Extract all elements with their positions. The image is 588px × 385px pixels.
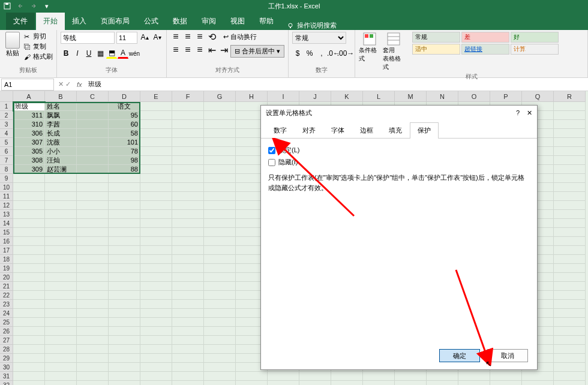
cell[interactable]	[490, 372, 522, 381]
cell[interactable]	[172, 192, 204, 201]
cell[interactable]	[140, 219, 172, 228]
cell[interactable]	[77, 120, 109, 129]
cell[interactable]	[13, 327, 45, 336]
cell[interactable]	[140, 345, 172, 354]
cell[interactable]	[204, 273, 236, 282]
col-header[interactable]: G	[204, 91, 236, 102]
cell[interactable]	[554, 165, 586, 174]
cell[interactable]: 汪灿	[45, 156, 77, 165]
cell[interactable]	[140, 300, 172, 309]
col-header[interactable]: N	[427, 91, 458, 102]
cell[interactable]	[172, 381, 204, 385]
cell[interactable]	[140, 246, 172, 255]
decrease-font-button[interactable]: A▾	[152, 32, 163, 43]
cell[interactable]	[45, 381, 77, 385]
col-header[interactable]: R	[554, 91, 586, 102]
cell[interactable]	[45, 354, 77, 363]
row-header[interactable]: 24	[0, 309, 13, 318]
row-header[interactable]: 9	[0, 174, 13, 183]
cell[interactable]	[172, 102, 204, 111]
cell[interactable]	[204, 237, 236, 246]
hidden-label[interactable]: 隐藏(I)	[278, 158, 298, 167]
cell[interactable]	[140, 165, 172, 174]
tab-review[interactable]: 审阅	[194, 13, 223, 30]
cell[interactable]	[109, 228, 140, 237]
merge-center-button[interactable]: ⊟合并后居中▾	[230, 45, 284, 58]
cell[interactable]	[77, 201, 109, 210]
col-header[interactable]: O	[458, 91, 490, 102]
cell[interactable]	[13, 219, 45, 228]
cell[interactable]	[109, 255, 140, 264]
cell[interactable]	[363, 381, 395, 385]
cell[interactable]	[395, 381, 427, 385]
cell[interactable]: 58	[109, 129, 140, 138]
cell[interactable]	[13, 255, 45, 264]
cell[interactable]	[109, 381, 140, 385]
cell[interactable]	[45, 201, 77, 210]
cell[interactable]	[45, 219, 77, 228]
cell[interactable]	[172, 138, 204, 147]
cell[interactable]	[77, 237, 109, 246]
select-all-corner[interactable]	[0, 91, 13, 102]
cell[interactable]	[299, 381, 331, 385]
cell[interactable]	[554, 273, 586, 282]
cell[interactable]	[172, 273, 204, 282]
cell[interactable]	[13, 345, 45, 354]
cell[interactable]	[204, 291, 236, 300]
tab-help[interactable]: 帮助	[252, 13, 281, 30]
cell[interactable]	[140, 201, 172, 210]
style-link[interactable]: 超链接	[461, 44, 509, 55]
cell[interactable]	[554, 318, 586, 327]
cell[interactable]	[77, 372, 109, 381]
dialog-tab[interactable]: 填充	[381, 122, 410, 138]
row-header[interactable]: 18	[0, 255, 13, 264]
cell[interactable]	[109, 282, 140, 291]
cell[interactable]	[204, 345, 236, 354]
cell[interactable]	[427, 372, 458, 381]
cell[interactable]	[140, 318, 172, 327]
cell[interactable]	[204, 255, 236, 264]
row-header[interactable]: 15	[0, 228, 13, 237]
fill-color-button[interactable]: ⬒	[106, 48, 117, 59]
cell[interactable]	[140, 111, 172, 120]
row-headers[interactable]: 1234567891011121314151617181920212223242…	[0, 102, 13, 385]
cell[interactable]	[458, 372, 490, 381]
cell[interactable]	[204, 219, 236, 228]
row-header[interactable]: 6	[0, 147, 13, 156]
cell[interactable]	[140, 147, 172, 156]
cell[interactable]	[204, 165, 236, 174]
painter-button[interactable]: 🖌格式刷	[24, 52, 53, 61]
cell[interactable]	[204, 192, 236, 201]
cell[interactable]	[554, 336, 586, 345]
cell[interactable]	[554, 219, 586, 228]
col-header[interactable]: P	[490, 91, 522, 102]
cell[interactable]	[204, 363, 236, 372]
dialog-tab[interactable]: 数字	[266, 122, 295, 138]
cell[interactable]	[172, 174, 204, 183]
cell[interactable]	[77, 147, 109, 156]
col-header[interactable]: K	[331, 91, 363, 102]
cell[interactable]	[299, 372, 331, 381]
cell[interactable]	[13, 210, 45, 219]
col-header[interactable]: F	[172, 91, 204, 102]
cell[interactable]	[204, 282, 236, 291]
row-header[interactable]: 20	[0, 273, 13, 282]
cell[interactable]	[522, 372, 554, 381]
cell[interactable]	[45, 246, 77, 255]
cell[interactable]	[45, 300, 77, 309]
align-right-button[interactable]: ≡	[194, 45, 205, 55]
cell[interactable]	[204, 174, 236, 183]
cell[interactable]	[140, 327, 172, 336]
cell[interactable]	[204, 264, 236, 273]
col-header[interactable]: D	[109, 91, 140, 102]
cell[interactable]	[45, 345, 77, 354]
cell[interactable]	[268, 381, 299, 385]
cell[interactable]	[77, 327, 109, 336]
dialog-tab[interactable]: 对齐	[295, 122, 323, 138]
cell[interactable]	[204, 201, 236, 210]
cell[interactable]	[554, 282, 586, 291]
wrap-text-button[interactable]: ↩自动换行	[223, 32, 257, 41]
cell[interactable]	[140, 156, 172, 165]
name-box[interactable]	[1, 79, 54, 91]
font-size-select[interactable]	[116, 32, 137, 44]
